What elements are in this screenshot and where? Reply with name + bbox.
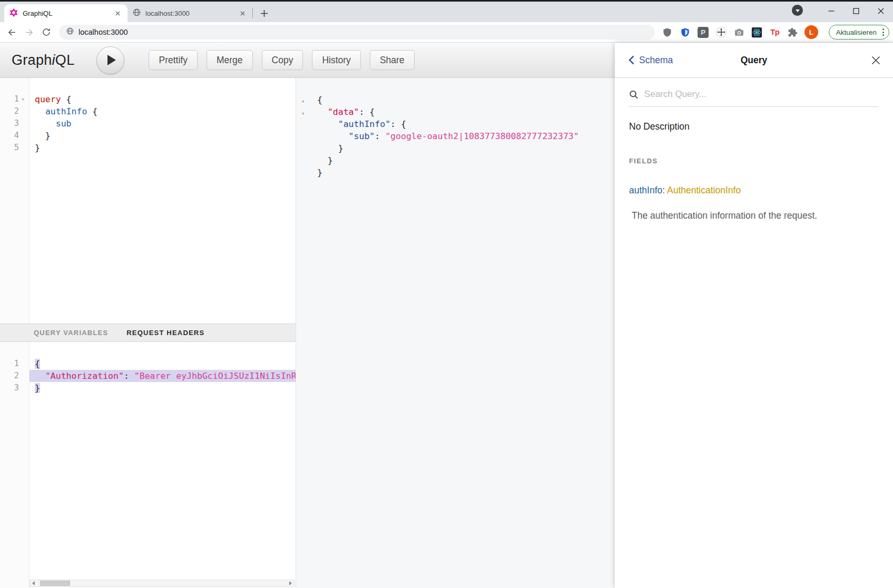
update-label: Aktualisieren: [836, 28, 877, 36]
request-headers-line: 3}: [0, 382, 296, 394]
toolbar-button-copy[interactable]: Copy: [262, 50, 303, 70]
query-editor-line: 5}: [0, 142, 296, 154]
graphiql-topbar: GraphiQL PrettifyMergeCopyHistoryShare: [0, 43, 615, 78]
result-viewer[interactable]: ▾{▾ "data": { "authInfo": { "sub": "goog…: [296, 78, 615, 588]
toolbar-button-share[interactable]: Share: [370, 50, 415, 70]
line-number: 5: [5, 142, 19, 154]
doc-close-button[interactable]: [871, 43, 880, 77]
line-number: 3: [5, 117, 19, 130]
line-number: 1: [5, 358, 19, 370]
result-viewer-line: }: [296, 154, 615, 166]
result-viewer-line: }: [296, 142, 615, 154]
menu-kebab-icon[interactable]: [881, 27, 885, 37]
line-number: 3: [5, 382, 19, 394]
doc-search-input[interactable]: [644, 89, 879, 100]
request-headers-line: 1{: [0, 358, 296, 370]
extension-camera-icon[interactable]: [733, 26, 745, 38]
field-type-link[interactable]: AuthenticationInfo: [667, 185, 741, 195]
line-number: 4: [5, 130, 19, 142]
field-row: authInfo: AuthenticationInfo: [629, 185, 879, 196]
tab-search-icon[interactable]: [792, 5, 803, 16]
address-bar[interactable]: localhost:3000: [59, 25, 655, 40]
update-chrome-button[interactable]: Aktualisieren: [829, 25, 889, 40]
tp-badge-letters: Tp: [770, 28, 779, 36]
tab-title: GraphiQL: [23, 9, 109, 17]
scrollbar-thumb[interactable]: [40, 581, 70, 586]
result-viewer-line: ▾{: [296, 94, 615, 106]
tab-query-variables[interactable]: QUERY VARIABLES: [34, 329, 108, 337]
field-description: The authentication information of the re…: [632, 210, 879, 221]
extension-shield-icon[interactable]: [661, 26, 674, 38]
new-tab-button[interactable]: [257, 6, 271, 21]
result-viewer-line: "authInfo": {: [296, 118, 615, 130]
editor-panes: 1▾query {2 authInfo {3 sub4 }5} QUERY VA…: [0, 78, 615, 588]
extension-bitwarden-icon[interactable]: [679, 26, 692, 38]
browser-navbar: localhost:3000 P: [0, 22, 893, 43]
graphiql-editors: GraphiQL PrettifyMergeCopyHistoryShare 1…: [0, 43, 615, 588]
extension-tp-icon[interactable]: Tp: [769, 26, 781, 38]
graphiql-favicon-icon: [9, 8, 18, 18]
line-number: 2: [5, 105, 19, 117]
graphiql-logo: GraphiQL: [12, 52, 74, 68]
fold-arrow-icon[interactable]: ▾: [19, 93, 27, 105]
toolbar-button-history[interactable]: History: [312, 50, 360, 70]
query-editor-line: 2 authInfo {: [0, 105, 296, 117]
url-text: localhost:3000: [78, 28, 128, 36]
scroll-left-arrow[interactable]: [30, 580, 37, 586]
tab-close-icon[interactable]: [113, 9, 122, 18]
result-viewer-line: "sub": "google-oauth2|108377380082777232…: [296, 130, 615, 142]
tab-separator: [252, 8, 253, 18]
doc-title: Query: [615, 43, 893, 77]
globe-icon: [133, 8, 141, 18]
toolbar-button-prettify[interactable]: Prettify: [149, 50, 197, 70]
minimize-button[interactable]: [819, 2, 843, 21]
reload-button[interactable]: [38, 24, 54, 40]
graphiql-toolbar-buttons: PrettifyMergeCopyHistoryShare: [149, 50, 414, 70]
tab-close-icon[interactable]: [238, 9, 247, 18]
horizontal-scrollbar[interactable]: [30, 580, 295, 587]
close-icon: [871, 56, 880, 65]
back-button[interactable]: [4, 24, 19, 40]
scroll-right-arrow[interactable]: [287, 580, 294, 586]
toolbar-button-merge[interactable]: Merge: [207, 50, 253, 70]
query-editor-line: 4 }: [0, 130, 296, 142]
result-viewer-line: ▾ "data": {: [296, 106, 615, 118]
forward-button[interactable]: [21, 24, 37, 40]
maximize-button[interactable]: [843, 2, 868, 21]
profile-avatar[interactable]: L: [804, 25, 818, 39]
tab-title: localhost:3000: [145, 9, 233, 17]
tabstrip-right-controls: [792, 2, 893, 22]
graphiql-app: GraphiQL PrettifyMergeCopyHistoryShare 1…: [0, 43, 893, 588]
browser-tabstrip: GraphiQL localhost:3000: [0, 2, 893, 22]
field-colon: :: [662, 185, 665, 195]
play-icon: [107, 55, 116, 65]
doc-search-row: [629, 78, 879, 107]
query-editor[interactable]: 1▾query {2 authInfo {3 sub4 }5}: [0, 78, 296, 324]
request-headers-line: 2 "Authorization": "Bearer eyJhbGciOiJSU…: [0, 370, 296, 382]
close-button[interactable]: [868, 2, 893, 21]
field-name-link[interactable]: authInfo: [629, 185, 662, 195]
extension-move-icon[interactable]: [715, 26, 728, 38]
variables-tab-bar: QUERY VARIABLES REQUEST HEADERS: [0, 324, 296, 342]
request-headers-editor[interactable]: 1{2 "Authorization": "Bearer eyJhbGciOiJ…: [0, 342, 296, 588]
execute-button[interactable]: [96, 46, 124, 74]
tab-request-headers[interactable]: REQUEST HEADERS: [126, 329, 204, 337]
extension-react-devtools-icon[interactable]: [751, 26, 763, 38]
query-editor-line: 3 sub: [0, 117, 296, 130]
doc-explorer-panel: Schema Query No Description FIELDS authI…: [615, 43, 893, 588]
browser-tab-localhost[interactable]: localhost:3000: [127, 4, 252, 22]
query-editor-line: 1▾query {: [0, 93, 296, 105]
line-number: 1: [5, 93, 19, 105]
extension-p-icon[interactable]: P: [697, 26, 710, 38]
fields-heading: FIELDS: [629, 157, 879, 165]
browser-window: GraphiQL localhost:3000: [0, 0, 893, 588]
p-badge-letter: P: [698, 27, 709, 38]
no-description-text: No Description: [629, 121, 879, 132]
site-info-icon[interactable]: [66, 27, 74, 37]
extensions-puzzle-icon[interactable]: [787, 26, 799, 38]
line-number: 2: [5, 370, 19, 382]
extensions-row: P: [661, 25, 818, 39]
search-icon: [629, 90, 639, 100]
browser-tab-graphiql[interactable]: GraphiQL: [4, 4, 127, 22]
result-viewer-line: }: [296, 166, 615, 179]
